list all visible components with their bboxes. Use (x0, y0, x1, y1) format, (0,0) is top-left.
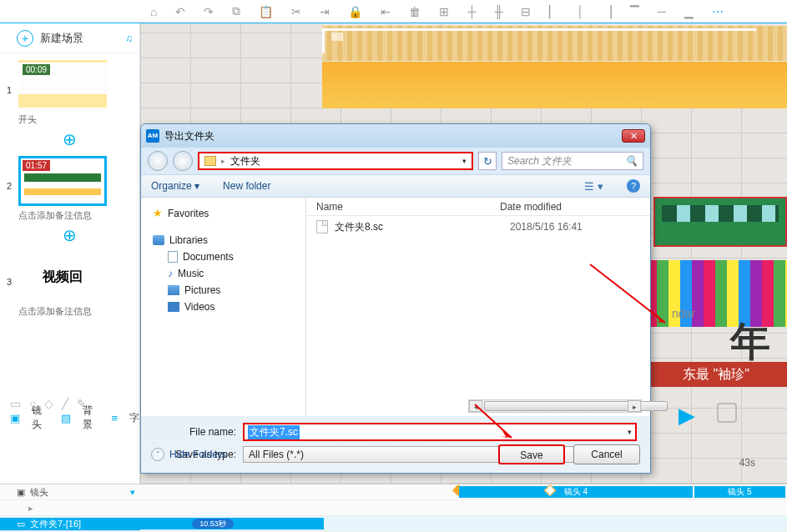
align-v-icon[interactable]: ┼ (467, 5, 476, 18)
scene-3[interactable]: 3 视频回 点击添加备注信息 (0, 252, 139, 318)
search-input[interactable]: Search 文件夹 🔍 (502, 152, 643, 170)
more-icon[interactable]: ⋯ (712, 5, 724, 18)
timeline: ▣镜头▾ 镜头 4 镜头 5 ▸ ▭文件夹7-[16] 10.53秒 (0, 484, 787, 532)
clip-icon: ▭ (17, 519, 25, 529)
file-list: Name Date modified 文件夹8.sc 2018/5/16 16:… (306, 198, 650, 416)
align-m-icon[interactable]: ─ (658, 5, 666, 18)
dialog-toolbar: Organize ▾ New folder ☰ ▾ ? (141, 174, 650, 198)
cut-icon[interactable]: ✂ (291, 5, 301, 18)
save-button[interactable]: Save (498, 444, 565, 464)
document-icon (168, 251, 178, 263)
scene-thumb-1[interactable]: 00:09 (18, 60, 107, 110)
camera-frame[interactable] (322, 28, 756, 53)
redo-icon[interactable]: ↷ (204, 5, 214, 18)
undo-icon[interactable]: ↶ (175, 5, 185, 18)
close-button[interactable]: ✕ (622, 129, 645, 143)
lens-icon[interactable]: ▣ (10, 412, 20, 424)
videos-node[interactable]: Videos (141, 299, 305, 315)
time-display: 43s (739, 457, 755, 469)
segment-5[interactable]: 镜头 5 (694, 486, 785, 498)
dropdown-icon[interactable]: ▾ (130, 487, 135, 498)
organize-button[interactable]: Organize ▾ (151, 180, 199, 192)
libraries-node[interactable]: Libraries (141, 232, 305, 248)
new-folder-button[interactable]: New folder (223, 180, 270, 192)
text-icon[interactable]: ≡ (111, 412, 118, 424)
library-icon (153, 235, 164, 245)
name-column[interactable]: Name (306, 201, 500, 213)
chevron-up-icon: ˄ (151, 448, 164, 461)
align-h-icon[interactable]: ╫ (494, 5, 502, 18)
bg-icon[interactable]: ▨ (61, 412, 71, 424)
home-icon[interactable]: ⌂ (150, 5, 157, 18)
dialog-title: 导出文件夹 (164, 129, 622, 143)
filename-input[interactable]: 文件夹7.sc ▾ (243, 423, 637, 441)
chevron-down-icon[interactable]: ▾ (628, 428, 632, 436)
dialog-titlebar[interactable]: AM 导出文件夹 ✕ (141, 124, 650, 148)
year-text: 年 (730, 315, 770, 369)
refresh-button[interactable]: ↻ (478, 152, 497, 170)
mini-buttons: ▣镜头 ▨背景 ≡字 (10, 404, 139, 432)
lock-icon[interactable]: 🔒 (348, 5, 362, 18)
app-icon: AM (146, 129, 159, 143)
scene-2[interactable]: 2 01:57 点击添加备注信息 ⊕ (0, 156, 139, 245)
scene-thumb-3[interactable]: 视频回 (18, 252, 107, 302)
scroll-left-icon[interactable]: ◂ (469, 400, 482, 412)
scene-1[interactable]: 1 00:09 开头 ⊕ (0, 60, 139, 149)
paste-icon[interactable]: 📋 (259, 5, 273, 18)
align-b-icon[interactable]: ▁ (684, 5, 694, 18)
unlock-icon[interactable]: ⇤ (381, 5, 391, 18)
import-icon[interactable]: ⇥ (320, 5, 330, 18)
duration-badge: 10.53秒 (192, 519, 234, 529)
column-header[interactable]: Name Date modified (306, 198, 650, 216)
star-icon: ★ (153, 207, 163, 219)
music-node[interactable]: ♪Music (141, 265, 305, 282)
folder-icon (204, 156, 216, 166)
videos-icon (168, 302, 179, 312)
align-l-icon[interactable]: ▏ (549, 5, 558, 18)
search-icon: 🔍 (625, 155, 638, 167)
lens-track[interactable]: 镜头 4 镜头 5 (140, 484, 787, 499)
documents-node[interactable]: Documents (141, 248, 305, 265)
filename-label: File name: (154, 426, 243, 438)
camera-icon (331, 33, 343, 41)
back-button[interactable] (148, 151, 168, 171)
chevron-down-icon[interactable]: ▾ (462, 157, 467, 165)
segment-4[interactable]: 镜头 4 (459, 486, 693, 498)
file-row[interactable]: 文件夹8.sc 2018/5/16 16:41 (306, 216, 650, 238)
align-c-icon[interactable]: │ (577, 5, 584, 18)
folder-tree: ★Favorites Libraries Documents ♪Music Pi… (141, 198, 306, 416)
h-scrollbar[interactable]: ◂ ▸ (468, 399, 642, 413)
align-r-icon[interactable]: ▕ (603, 5, 612, 18)
save-dialog: AM 导出文件夹 ✕ ▸ 文件夹 ▾ ↻ Search 文件夹 🔍 Organi… (140, 123, 651, 474)
dist-h-icon[interactable]: ⊟ (521, 5, 531, 18)
date-column[interactable]: Date modified (500, 201, 650, 213)
group-icon[interactable]: ⊞ (439, 5, 449, 18)
favorites-node[interactable]: ★Favorites (141, 204, 305, 222)
copy-icon[interactable]: ⧉ (232, 4, 240, 18)
trash-icon[interactable]: 🗑 (409, 5, 421, 18)
caption-text: 东最 "袖珍" (645, 362, 787, 387)
next-button[interactable] (717, 403, 737, 423)
clip-track[interactable]: 10.53秒 (140, 516, 787, 531)
add-after-2[interactable]: ⊕ (0, 225, 139, 245)
file-icon (316, 220, 328, 233)
train-graphic (653, 197, 787, 247)
scene-panel: + 新建场景 ♫ 1 00:09 开头 ⊕ 2 01:57 点击添加备注信息 ⊕… (0, 23, 140, 484)
view-button[interactable]: ☰ ▾ (584, 180, 603, 193)
address-bar[interactable]: ▸ 文件夹 ▾ (198, 152, 473, 170)
hide-folders-button[interactable]: ˄ Hide Folders (151, 448, 226, 461)
pictures-node[interactable]: Pictures (141, 282, 305, 299)
top-toolbar: ⌂ ↶ ↷ ⧉ 📋 ✂ ⇥ 🔒 ⇤ 🗑 ⊞ ┼ ╫ ⊟ ▏ │ ▕ ▔ ─ ▁ … (0, 0, 787, 23)
music-icon[interactable]: ♫ (125, 33, 133, 44)
cancel-button[interactable]: Cancel (573, 444, 640, 464)
help-button[interactable]: ? (627, 179, 640, 193)
scene-thumb-2[interactable]: 01:57 (18, 156, 107, 206)
new-scene-button[interactable]: + 新建场景 ♫ (0, 23, 139, 53)
add-after-1[interactable]: ⊕ (0, 129, 139, 149)
music-icon: ♪ (168, 268, 173, 279)
play-button[interactable]: ▶ (679, 403, 695, 429)
align-t-icon[interactable]: ▔ (630, 5, 639, 18)
forward-button[interactable] (173, 151, 193, 171)
scroll-right-icon[interactable]: ▸ (628, 400, 641, 412)
new-scene-label: 新建场景 (40, 31, 83, 46)
